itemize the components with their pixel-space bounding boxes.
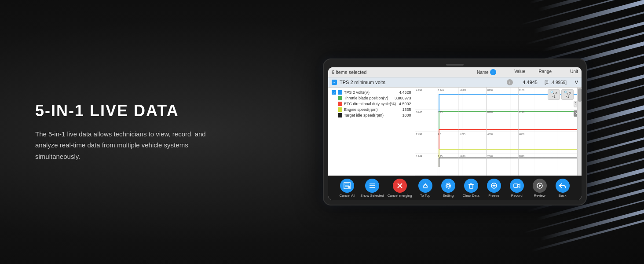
svg-text:8160: 8160 bbox=[487, 89, 493, 92]
tps-row[interactable]: ✓ TPS 2 minimum volts i 4.4945 [0...4.99… bbox=[328, 77, 582, 88]
legend-value-4: 1000 bbox=[402, 113, 411, 117]
legend-label-2: ETC directional duty cycle(%) bbox=[344, 102, 396, 106]
zoom-x-button[interactable]: 🔍 x×1 bbox=[548, 89, 560, 100]
svg-text:6120: 6120 bbox=[487, 111, 493, 114]
svg-text:-49.999: -49.999 bbox=[459, 89, 466, 92]
show-selected-icon bbox=[365, 179, 379, 193]
legend-color-2 bbox=[338, 102, 342, 106]
svg-rect-92 bbox=[514, 184, 518, 187]
legend-color-3 bbox=[338, 107, 342, 112]
legend-color-1 bbox=[338, 96, 342, 100]
legend-color-4 bbox=[338, 113, 342, 117]
setting-button[interactable]: Setting bbox=[439, 179, 458, 198]
legend-color-0 bbox=[338, 90, 342, 95]
svg-rect-0 bbox=[530, 0, 644, 4]
legend-label-0: TPS 2 volts(V) bbox=[344, 90, 370, 95]
svg-text:2.498: 2.498 bbox=[416, 133, 422, 136]
cancel-all-icon bbox=[340, 179, 354, 193]
legend-value-0: 4.4628 bbox=[399, 90, 411, 95]
freeze-button[interactable]: Freeze bbox=[484, 179, 504, 198]
svg-text:2040: 2040 bbox=[487, 155, 493, 158]
zoom-controls[interactable]: 🔍 x×1 🔍 y×1 bbox=[548, 89, 574, 100]
legend-item-3: Engine speed(rpm) 1335 bbox=[332, 107, 411, 112]
name-icon[interactable]: i bbox=[490, 69, 496, 75]
svg-text:4080: 4080 bbox=[519, 133, 524, 136]
screen-header: 6 items selected Name i Value Range Unit bbox=[328, 67, 582, 77]
clear-data-icon bbox=[464, 179, 478, 193]
tps-checkbox[interactable]: ✓ bbox=[332, 80, 337, 85]
legend-label-3: Engine speed(rpm) bbox=[344, 107, 378, 112]
svg-text:8160: 8160 bbox=[519, 89, 524, 92]
tps-info-icon[interactable]: i bbox=[507, 79, 513, 85]
legend-item-0: ✓ TPS 2 volts(V) 4.4628 bbox=[332, 90, 411, 95]
record-button[interactable]: Record bbox=[507, 179, 527, 198]
tablet-wrap: 6 items selected Name i Value Range Unit… bbox=[323, 59, 587, 205]
tablet-screen: 6 items selected Name i Value Range Unit… bbox=[328, 67, 582, 200]
svg-text:4.996: 4.996 bbox=[416, 89, 422, 92]
left-panel: 5-IN-1 LIVE DATA The 5-in-1 live data al… bbox=[35, 102, 220, 162]
col-value: Value bbox=[503, 69, 525, 75]
cancel-all-button[interactable]: Cancel All bbox=[337, 179, 357, 198]
tps-value: 4.4945 bbox=[516, 80, 538, 85]
freeze-icon bbox=[487, 179, 501, 193]
legend-value-3: 1335 bbox=[402, 107, 411, 112]
legend-item-2: ETC directional duty cycle(%) -4.5002 bbox=[332, 102, 411, 106]
tablet-notch bbox=[446, 64, 464, 66]
tps-range: [0...4.9959] bbox=[540, 80, 567, 85]
svg-rect-86 bbox=[469, 184, 473, 188]
legend-value-2: -4.5002 bbox=[398, 102, 411, 106]
tps-label: TPS 2 minimum volts bbox=[340, 80, 504, 85]
back-button[interactable]: Back bbox=[553, 179, 572, 198]
chart-legend: ✓ TPS 2 volts(V) 4.4628 Throttle blade p… bbox=[328, 88, 415, 176]
legend-value-1: 3.800973 bbox=[395, 96, 411, 100]
record-label: Record bbox=[511, 194, 523, 198]
svg-text:2.5: 2.5 bbox=[438, 133, 441, 136]
items-selected-label: 6 items selected bbox=[332, 70, 474, 75]
svg-text:6.249: 6.249 bbox=[438, 89, 444, 92]
legend-cb-0[interactable]: ✓ bbox=[332, 90, 336, 95]
to-top-button[interactable]: To Top bbox=[416, 179, 435, 198]
tablet-frame: 6 items selected Name i Value Range Unit… bbox=[323, 59, 587, 205]
svg-text:3.75: 3.75 bbox=[438, 111, 443, 114]
review-icon bbox=[533, 179, 547, 193]
review-button[interactable]: Review bbox=[530, 179, 549, 198]
to-top-icon bbox=[418, 179, 432, 193]
svg-text:3.747: 3.747 bbox=[416, 111, 422, 114]
svg-text:1.25: 1.25 bbox=[438, 155, 443, 158]
freeze-label: Freeze bbox=[488, 194, 499, 198]
legend-label-1: Throttle blade position(V) bbox=[344, 96, 388, 100]
col-range: Range bbox=[530, 69, 552, 75]
back-icon bbox=[556, 179, 570, 193]
show-selected-button[interactable]: Show Selected bbox=[360, 179, 384, 198]
show-selected-label: Show Selected bbox=[360, 194, 384, 198]
setting-label: Setting bbox=[443, 194, 454, 198]
clear-data-button[interactable]: Clear Data bbox=[461, 179, 481, 198]
main-title: 5-IN-1 LIVE DATA bbox=[35, 102, 220, 120]
cancel-merging-button[interactable]: Cancel merging bbox=[388, 179, 412, 198]
setting-icon bbox=[441, 179, 455, 193]
svg-marker-95 bbox=[539, 184, 542, 187]
toolbar: Cancel All Show Selected Cancel merging bbox=[328, 176, 582, 200]
chart-container: ✓ TPS 2 volts(V) 4.4628 Throttle blade p… bbox=[328, 88, 582, 176]
legend-label-4: Target idle speed(rpm) bbox=[344, 113, 384, 117]
cancel-all-label: Cancel All bbox=[340, 194, 355, 198]
legend-item-4: Target idle speed(rpm) 1000 bbox=[332, 113, 411, 117]
to-top-label: To Top bbox=[420, 194, 430, 198]
record-icon bbox=[510, 179, 524, 193]
zoom-y-button[interactable]: 🔍 y×1 bbox=[561, 89, 574, 100]
scrollbar[interactable] bbox=[577, 88, 582, 176]
review-label: Review bbox=[534, 194, 545, 198]
svg-text:-60.06: -60.06 bbox=[459, 155, 465, 158]
svg-point-85 bbox=[447, 184, 450, 187]
sub-description: The 5-in-1 live data allows technicians … bbox=[35, 128, 220, 162]
cancel-merging-label: Cancel merging bbox=[388, 194, 412, 198]
svg-text:1.249: 1.249 bbox=[416, 155, 422, 158]
svg-text:4080: 4080 bbox=[487, 133, 493, 136]
legend-item-1: Throttle blade position(V) 3.800973 bbox=[332, 96, 411, 100]
svg-text:2040: 2040 bbox=[519, 155, 524, 158]
col-unit: Unit bbox=[556, 69, 578, 75]
header-columns: Name i Value Range Unit bbox=[477, 69, 578, 75]
clear-data-label: Clear Data bbox=[463, 194, 479, 198]
back-label: Back bbox=[559, 194, 567, 198]
col-name: Name i bbox=[477, 69, 499, 75]
